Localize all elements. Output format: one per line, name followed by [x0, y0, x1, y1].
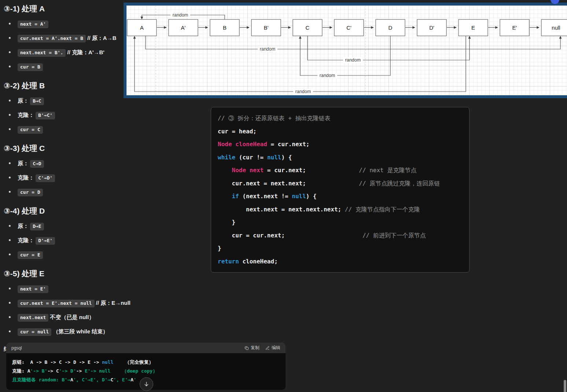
list-item: next = E': [4, 285, 125, 293]
output-segment: null: [102, 359, 113, 365]
inline-code: D'→E': [36, 237, 55, 245]
inline-code: B→C: [30, 97, 44, 105]
inline-code: C→D: [30, 160, 44, 168]
output-segment: ->: [76, 368, 85, 374]
edge-label: random: [293, 89, 313, 95]
code-segment: cur = head;: [218, 128, 257, 135]
svg-text:C: C: [306, 25, 310, 31]
item-text: 克隆：: [18, 237, 36, 243]
svg-text:E: E: [471, 25, 475, 31]
code-segment: (next.next !=: [239, 193, 292, 200]
node-B'[interactable]: B': [251, 19, 281, 36]
code-segment: // 原节点跳过克隆，连回原链: [306, 180, 440, 187]
inline-code: cur.next = A'.next = B: [18, 35, 86, 42]
copy-button[interactable]: 复制: [244, 345, 259, 351]
list-item: 原： B→C: [4, 97, 125, 105]
code-line: }: [218, 216, 463, 229]
inline-code: D→E: [30, 223, 44, 230]
node-E'[interactable]: E': [500, 19, 529, 36]
node-D'[interactable]: D': [417, 19, 446, 36]
list-item: 克隆： C'→D': [4, 174, 125, 182]
code-line: if (next.next != null) {: [218, 190, 463, 203]
edge-label: random: [258, 46, 277, 52]
copy-label: 复制: [251, 345, 259, 351]
inline-code: cur = null: [18, 328, 51, 336]
node-C'[interactable]: C': [334, 19, 364, 36]
edit-button[interactable]: 编辑: [265, 345, 280, 351]
bullet-list: 原： B→C克隆： B'→C'cur = C: [4, 97, 125, 134]
edge-label: random: [317, 73, 337, 78]
code-line: next.next = next.next.next; // 克隆节点指向下一个…: [218, 203, 463, 216]
bullet-list: next = E'cur.next = E'.next = null // 原：…: [4, 285, 125, 336]
svg-text:D: D: [389, 25, 393, 31]
node-null[interactable]: null: [541, 19, 567, 36]
code-segment: ) {: [306, 193, 317, 200]
node-B[interactable]: B: [210, 19, 239, 36]
item-text: // 原：E→null: [95, 300, 130, 306]
node-D[interactable]: D: [376, 19, 405, 36]
code-segment: if: [232, 193, 239, 200]
inline-code: cur = C: [18, 126, 43, 134]
code-line: cur = head;: [218, 125, 463, 138]
code-line: Node next = cur.next; // next 是克隆节点: [218, 164, 463, 177]
code-segment: null: [267, 154, 281, 161]
svg-text:random: random: [345, 58, 361, 63]
inline-code: C'→D': [36, 174, 55, 182]
item-text: 克隆：: [18, 112, 36, 118]
list-item: next.next 不变（已是 null）: [4, 313, 125, 322]
item-text: （第三段 while 结束）: [51, 328, 108, 334]
svg-text:random: random: [173, 12, 188, 18]
random-edge-A-null: [146, 36, 560, 49]
item-text: 原：: [18, 160, 30, 166]
output-segment: A: [130, 377, 133, 382]
code-segment: null: [292, 193, 306, 200]
code-segment: }: [218, 219, 235, 226]
code-line: while (cur != null) {: [218, 151, 463, 164]
inline-code: next = E': [18, 285, 48, 293]
inline-code: cur = E: [18, 251, 43, 259]
notes-column: ③-1) 处理 Anext = A'cur.next = A'.next = B…: [4, 4, 125, 353]
code-segment: // ③ 拆分：还原原链表 + 抽出克隆链表: [218, 115, 330, 122]
output-segment: '-> D': [59, 368, 76, 374]
code-segment: [218, 193, 232, 200]
node-A'[interactable]: A': [169, 19, 198, 36]
code-segment: }: [218, 245, 221, 252]
diagram-canvas[interactable]: randomrandomrandomrandomrandomAA'BB'CC'D…: [124, 3, 567, 98]
item-text: // 原：A→B: [86, 35, 116, 41]
code-segment: (cur !=: [235, 154, 267, 161]
code-segment: Node cloneHead: [218, 141, 267, 148]
output-segment: 且克隆链各 random: B'→: [12, 377, 70, 382]
node-A[interactable]: A: [127, 19, 157, 36]
svg-text:B: B: [223, 25, 227, 31]
list-item: cur = D: [4, 188, 125, 196]
svg-text:A: A: [140, 25, 144, 31]
code-block-actions: 复制 编辑: [244, 345, 280, 351]
svg-text:A': A': [181, 25, 186, 31]
svg-text:D': D': [429, 25, 434, 31]
node-E[interactable]: E: [459, 19, 488, 36]
list-item: 克隆： D'→E': [4, 236, 125, 245]
item-text: 不变（已是 null）: [48, 314, 94, 320]
code-line: cur = cur.next; // 前进到下一个原节点: [218, 229, 463, 242]
code-segment: = cur.next;: [264, 167, 306, 174]
list-item: cur = B: [4, 63, 125, 71]
output-segment: 原链: A -> B -> C -> D -> E ->: [12, 359, 102, 365]
code-segment: cloneHead;: [239, 258, 278, 265]
inline-code: cur = D: [18, 189, 43, 196]
bullet-list: 原： D→E克隆： D'→E'cur = E: [4, 222, 125, 259]
scrollbar-thumb[interactable]: [564, 380, 566, 392]
output-line: 原链: A -> B -> C -> D -> E -> null （完全恢复）: [12, 358, 280, 367]
inline-code: next.next = B'.: [18, 49, 66, 57]
svg-text:E': E': [512, 25, 517, 31]
scroll-to-bottom-button[interactable]: [140, 377, 153, 391]
code-segment: while: [218, 154, 235, 161]
list-item: 克隆： B'→C': [4, 111, 125, 119]
node-C[interactable]: C: [293, 19, 322, 36]
item-text: 克隆：: [18, 174, 36, 181]
code-segment: Node next: [232, 167, 264, 174]
list-item: cur.next = A'.next = B // 原：A→B: [4, 34, 125, 42]
output-segment: 克隆: A: [12, 368, 30, 374]
section-title: ③-5) 处理 E: [4, 269, 125, 279]
list-item: cur.next = E'.next = null // 原：E→null: [4, 299, 125, 307]
output-segment: （完全恢复）: [113, 359, 153, 365]
